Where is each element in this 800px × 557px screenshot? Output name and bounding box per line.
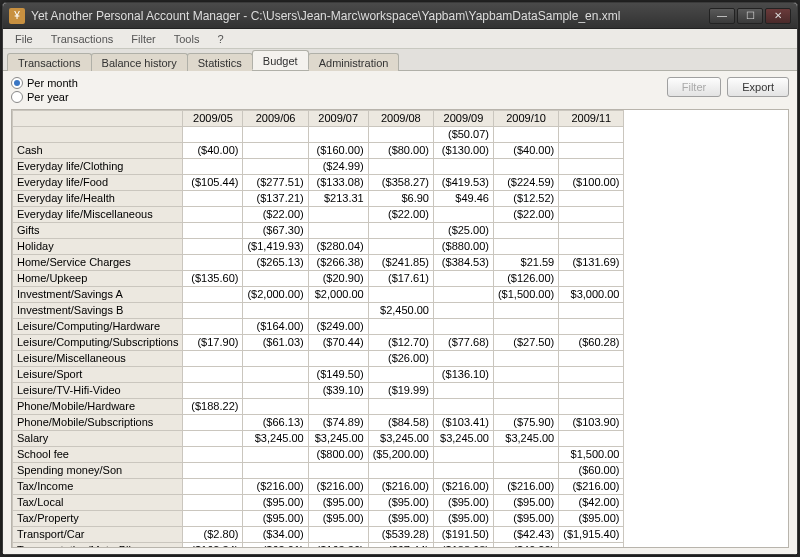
- cell[interactable]: ($40.00): [183, 143, 243, 159]
- row-header[interactable]: Home/Upkeep: [13, 271, 183, 287]
- cell[interactable]: ($224.59): [493, 175, 558, 191]
- cell[interactable]: ($419.53): [433, 175, 493, 191]
- cell[interactable]: ($20.90): [308, 271, 368, 287]
- row-header[interactable]: Everyday life/Food: [13, 175, 183, 191]
- cell[interactable]: ($66.13): [243, 415, 308, 431]
- cell[interactable]: $21.59: [493, 255, 558, 271]
- cell[interactable]: ($34.00): [243, 527, 308, 543]
- cell[interactable]: $3,245.00: [308, 431, 368, 447]
- cell[interactable]: [559, 319, 624, 335]
- row-header[interactable]: Transport/Car: [13, 527, 183, 543]
- cell[interactable]: [243, 159, 308, 175]
- table-row[interactable]: Cash($40.00)($160.00)($80.00)($130.00)($…: [13, 143, 624, 159]
- cell[interactable]: ($277.51): [243, 175, 308, 191]
- table-row[interactable]: Transport/Car($2.80)($34.00)($539.28)($1…: [13, 527, 624, 543]
- cell[interactable]: ($67.44): [368, 543, 433, 549]
- cell[interactable]: ($1,500.00): [493, 287, 558, 303]
- cell[interactable]: ($266.38): [308, 255, 368, 271]
- cell[interactable]: [183, 351, 243, 367]
- table-row[interactable]: Spending money/Son($60.00): [13, 463, 624, 479]
- row-header[interactable]: [13, 127, 183, 143]
- row-header[interactable]: Leisure/TV-Hifi-Video: [13, 383, 183, 399]
- cell[interactable]: $3,245.00: [368, 431, 433, 447]
- cell[interactable]: ($60.00): [559, 463, 624, 479]
- cell[interactable]: [559, 351, 624, 367]
- table-row[interactable]: Leisure/Miscellaneous($26.00): [13, 351, 624, 367]
- cell[interactable]: [183, 159, 243, 175]
- table-row[interactable]: Home/Upkeep($135.60)($20.90)($17.61)($12…: [13, 271, 624, 287]
- table-row[interactable]: Phone/Mobile/Subscriptions($66.13)($74.8…: [13, 415, 624, 431]
- cell[interactable]: [493, 239, 558, 255]
- cell[interactable]: [243, 143, 308, 159]
- cell[interactable]: $2,450.00: [368, 303, 433, 319]
- cell[interactable]: [559, 143, 624, 159]
- cell[interactable]: [183, 415, 243, 431]
- cell[interactable]: ($384.53): [433, 255, 493, 271]
- cell[interactable]: ($163.36): [308, 543, 368, 549]
- table-row[interactable]: Investment/Savings B$2,450.00: [13, 303, 624, 319]
- titlebar[interactable]: ¥ Yet Another Personal Account Manager -…: [3, 3, 797, 29]
- cell[interactable]: [183, 287, 243, 303]
- cell[interactable]: $3,000.00: [559, 287, 624, 303]
- cell[interactable]: $3,245.00: [433, 431, 493, 447]
- cell[interactable]: ($62.01): [243, 543, 308, 549]
- row-header[interactable]: Phone/Mobile/Hardware: [13, 399, 183, 415]
- table-row[interactable]: ($50.07): [13, 127, 624, 143]
- cell[interactable]: ($137.21): [243, 191, 308, 207]
- row-header[interactable]: School fee: [13, 447, 183, 463]
- budget-table-wrap[interactable]: 2009/052009/062009/072009/082009/092009/…: [11, 109, 789, 548]
- cell[interactable]: ($539.28): [368, 527, 433, 543]
- row-header[interactable]: Tax/Income: [13, 479, 183, 495]
- cell[interactable]: $49.46: [433, 191, 493, 207]
- cell[interactable]: ($358.27): [368, 175, 433, 191]
- cell[interactable]: $3,245.00: [243, 431, 308, 447]
- cell[interactable]: [243, 127, 308, 143]
- cell[interactable]: ($95.00): [433, 511, 493, 527]
- column-header[interactable]: 2009/06: [243, 111, 308, 127]
- column-header[interactable]: 2009/09: [433, 111, 493, 127]
- cell[interactable]: ($95.00): [493, 511, 558, 527]
- cell[interactable]: [308, 351, 368, 367]
- cell[interactable]: [183, 255, 243, 271]
- cell[interactable]: ($39.10): [308, 383, 368, 399]
- close-button[interactable]: ✕: [765, 8, 791, 24]
- tab-transactions[interactable]: Transactions: [7, 53, 92, 71]
- cell[interactable]: ($216.00): [368, 479, 433, 495]
- tab-administration[interactable]: Administration: [308, 53, 400, 71]
- menu-transactions[interactable]: Transactions: [43, 31, 122, 47]
- cell[interactable]: [183, 319, 243, 335]
- cell[interactable]: [308, 303, 368, 319]
- cell[interactable]: [493, 463, 558, 479]
- cell[interactable]: ($27.50): [493, 335, 558, 351]
- row-header[interactable]: Leisure/Miscellaneous: [13, 351, 183, 367]
- row-header[interactable]: Tax/Property: [13, 511, 183, 527]
- cell[interactable]: ($84.58): [368, 415, 433, 431]
- cell[interactable]: [243, 447, 308, 463]
- cell[interactable]: [493, 159, 558, 175]
- table-row[interactable]: Investment/Savings A($2,000.00)$2,000.00…: [13, 287, 624, 303]
- table-row[interactable]: Everyday life/Food($105.44)($277.51)($13…: [13, 175, 624, 191]
- row-header[interactable]: Everyday life/Miscellaneous: [13, 207, 183, 223]
- cell[interactable]: [559, 127, 624, 143]
- cell[interactable]: $6.90: [368, 191, 433, 207]
- cell[interactable]: ($160.00): [308, 143, 368, 159]
- table-row[interactable]: School fee($800.00)($5,200.00)$1,500.00: [13, 447, 624, 463]
- row-header[interactable]: Phone/Mobile/Subscriptions: [13, 415, 183, 431]
- cell[interactable]: ($216.00): [433, 479, 493, 495]
- cell[interactable]: [559, 207, 624, 223]
- cell[interactable]: [433, 319, 493, 335]
- minimize-button[interactable]: —: [709, 8, 735, 24]
- table-row[interactable]: Everyday life/Health($137.21)$213.31$6.9…: [13, 191, 624, 207]
- row-header[interactable]: Leisure/Computing/Hardware: [13, 319, 183, 335]
- cell[interactable]: ($265.13): [243, 255, 308, 271]
- cell[interactable]: [493, 127, 558, 143]
- column-header-category[interactable]: [13, 111, 183, 127]
- cell[interactable]: [308, 527, 368, 543]
- cell[interactable]: ($77.68): [433, 335, 493, 351]
- cell[interactable]: [559, 303, 624, 319]
- row-header[interactable]: Transportation/MotorBike: [13, 543, 183, 549]
- cell[interactable]: [308, 127, 368, 143]
- cell[interactable]: ($12.52): [493, 191, 558, 207]
- menu-filter[interactable]: Filter: [123, 31, 163, 47]
- cell[interactable]: [243, 303, 308, 319]
